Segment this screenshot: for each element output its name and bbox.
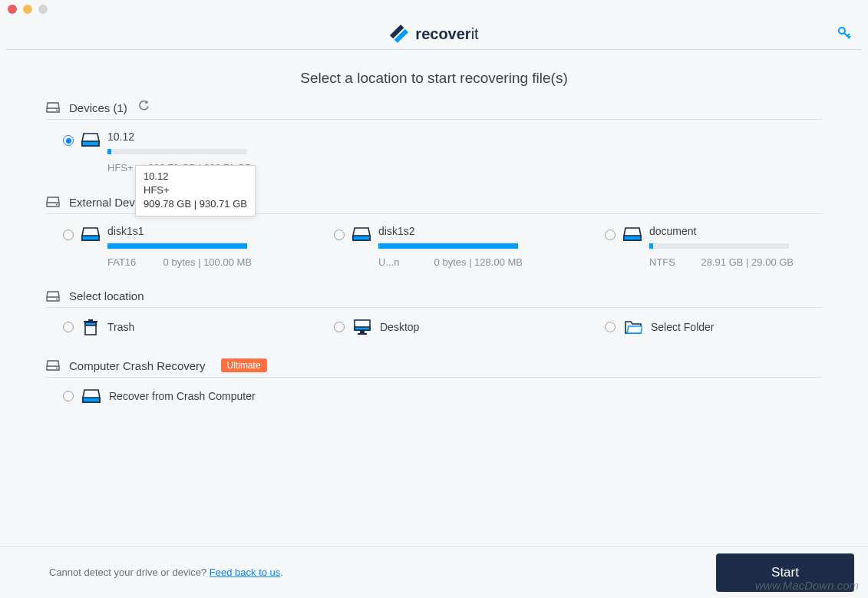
radio-input[interactable] <box>605 322 616 332</box>
section-devices: Devices (1) <box>46 101 822 120</box>
drive-icon <box>46 102 60 113</box>
svg-rect-7 <box>353 236 370 240</box>
crash-recovery-item[interactable]: Recover from Crash Computer <box>63 388 293 404</box>
page-title: Select a location to start recovering fi… <box>0 70 868 87</box>
device-name: disk1s1 <box>107 225 280 237</box>
device-name: 10.12 <box>107 131 293 143</box>
feedback-link[interactable]: Feed back to us <box>210 567 281 578</box>
svg-rect-6 <box>82 236 99 240</box>
svg-point-18 <box>56 368 58 369</box>
svg-rect-8 <box>624 236 641 240</box>
svg-rect-12 <box>84 321 97 322</box>
device-size: 28.91 GB | 29.00 GB <box>701 256 794 268</box>
drive-icon <box>46 360 60 371</box>
svg-rect-15 <box>355 327 370 330</box>
svg-rect-4 <box>82 141 99 146</box>
ultimate-badge: Ultimate <box>221 358 267 372</box>
storage-bar <box>649 243 789 249</box>
logo-text: recoverit <box>415 25 478 43</box>
svg-rect-16 <box>360 331 365 333</box>
device-filesystem: FAT16 <box>107 256 136 268</box>
radio-input[interactable] <box>63 322 74 332</box>
disk-icon <box>623 226 642 242</box>
disk-icon <box>81 226 100 242</box>
app-header: recoverit <box>0 18 868 49</box>
app-logo: recoverit <box>389 24 478 44</box>
svg-point-2 <box>839 28 845 34</box>
storage-bar <box>378 243 518 249</box>
logo-icon <box>389 24 409 44</box>
section-title: Computer Crash Recovery <box>69 359 206 372</box>
location-folder[interactable]: Select Folder <box>605 319 822 335</box>
drive-icon <box>46 197 60 207</box>
svg-rect-13 <box>88 319 93 321</box>
disk-icon <box>81 132 100 147</box>
folder-icon <box>624 319 642 335</box>
header-divider <box>6 49 862 50</box>
radio-input[interactable] <box>63 391 74 401</box>
svg-point-3 <box>56 110 58 111</box>
radio-input[interactable] <box>334 322 345 332</box>
device-item[interactable]: disk1s2 U...n 0 bytes | 128.00 MB <box>334 225 551 268</box>
device-size: 0 bytes | 128.00 MB <box>434 256 523 268</box>
radio-input[interactable] <box>605 230 616 240</box>
device-filesystem: NTFS <box>649 256 675 268</box>
device-filesystem: U...n <box>378 256 399 268</box>
device-item[interactable]: disk1s1 FAT16 0 bytes | 100.00 MB <box>63 225 280 268</box>
section-title: Devices (1) <box>69 101 127 114</box>
device-item[interactable]: document NTFS 28.91 GB | 29.00 GB <box>605 225 822 268</box>
window-zoom-button[interactable] <box>38 5 48 14</box>
svg-point-9 <box>56 298 58 299</box>
location-label: Trash <box>107 321 134 333</box>
section-crash: Computer Crash Recovery Ultimate <box>46 358 822 378</box>
trash-icon <box>82 319 99 335</box>
device-tooltip: 10.12 HFS+ 909.78 GB | 930.71 GB <box>135 165 256 216</box>
section-title: Select location <box>69 289 144 302</box>
location-label: Select Folder <box>651 321 714 333</box>
location-trash[interactable]: Trash <box>63 319 280 335</box>
radio-input[interactable] <box>63 135 74 146</box>
disk-icon <box>352 226 371 242</box>
window-minimize-button[interactable] <box>23 5 32 14</box>
storage-bar <box>107 243 247 249</box>
radio-input[interactable] <box>63 230 74 240</box>
disk-icon <box>82 388 101 404</box>
window-titlebar <box>0 0 868 18</box>
drive-icon <box>46 291 60 302</box>
device-size: 0 bytes | 100.00 MB <box>163 256 252 268</box>
start-button[interactable]: Start <box>716 553 854 592</box>
location-label: Desktop <box>380 321 419 333</box>
refresh-icon[interactable] <box>138 101 150 114</box>
location-desktop[interactable]: Desktop <box>334 319 551 335</box>
storage-bar <box>107 149 247 154</box>
footer-text: Cannot detect your drive or device? Feed… <box>49 567 283 578</box>
device-name: disk1s2 <box>378 225 551 237</box>
device-name: document <box>649 225 822 237</box>
crash-label: Recover from Crash Computer <box>109 390 256 402</box>
footer: Cannot detect your drive or device? Feed… <box>0 546 868 598</box>
device-filesystem: HFS+ <box>107 162 134 173</box>
radio-input[interactable] <box>334 230 345 240</box>
svg-rect-11 <box>85 322 96 325</box>
section-location: Select location <box>46 289 822 308</box>
svg-rect-17 <box>358 333 367 335</box>
desktop-icon <box>353 319 371 335</box>
window-close-button[interactable] <box>8 5 17 14</box>
svg-point-5 <box>56 204 58 206</box>
key-icon[interactable] <box>836 25 853 41</box>
svg-rect-19 <box>83 398 100 402</box>
